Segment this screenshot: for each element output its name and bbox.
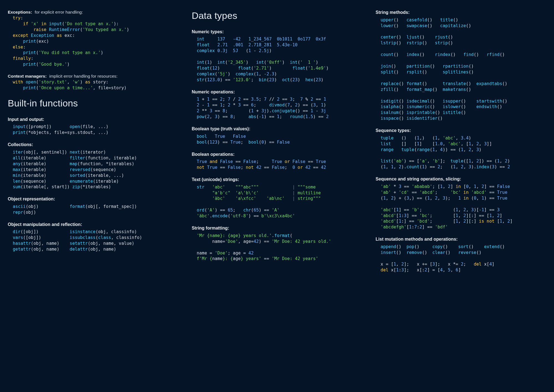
section: String formatting:'Mr {name}: {age} year…	[192, 225, 362, 262]
section: Boolean operations:True and False == Fal…	[192, 151, 362, 170]
code-block: tuple () (1,) (1, 'abc', 3.4) list [] [1…	[381, 135, 546, 170]
section: Object manipulation and reflection:dir([…	[8, 222, 178, 252]
section: Sequence and string operations, slicing:…	[376, 176, 546, 230]
section-label: Numeric types:	[192, 29, 362, 35]
cheatsheet-page: Exceptions: for explicit error handling:…	[0, 0, 554, 392]
section-label: Boolean operations:	[192, 151, 362, 157]
code-block: str 'abc' """abc""" | """some "a'b'c" 'a…	[197, 184, 362, 219]
section-label: Exceptions: for explicit error handling:	[8, 9, 178, 15]
code-block: ascii(obj) format(obj[, format_spec]) re…	[13, 204, 178, 215]
section-label: Sequence and string operations, slicing:	[376, 176, 546, 182]
code-block: bool True False bool(123) == True; bool(…	[197, 134, 362, 145]
code-block: int 137 -42 1_234_567 0b1011 0o177 0x3f …	[197, 36, 362, 83]
section: Text (unicode) strings:str 'abc' """abc"…	[192, 177, 362, 219]
section: Collections:iter(obj[, sentinel]) next(i…	[8, 142, 178, 190]
section-label: Collections:	[8, 142, 178, 148]
section: Input and output:input([prompt]) open(fi…	[8, 116, 178, 136]
section-label: Sequence types:	[376, 128, 546, 134]
code-block: upper() casefold() title() lower() swapc…	[381, 17, 546, 122]
section: Numeric types:int 137 -42 1_234_567 0b10…	[192, 29, 362, 83]
code-block: iter(obj[, sentinel]) next(iterator) all…	[13, 149, 178, 190]
code-block: 'Mr {name}: {age} years old.'.format( na…	[197, 233, 362, 262]
section-label: Text (unicode) strings:	[192, 177, 362, 183]
column-2: Data types Numeric types:int 137 -42 1_2…	[192, 9, 362, 384]
datatypes-heading: Data types	[192, 9, 362, 22]
column-3: String methods:upper() casefold() title(…	[376, 9, 546, 384]
code-block: append() pop() copy() sort() extend() in…	[381, 244, 546, 273]
code-block: True and False == False; True or False =…	[197, 159, 362, 170]
code-block: try: if 'x' in input('Do not type an x.'…	[13, 15, 178, 67]
section-label: Boolean type (truth values):	[192, 126, 362, 132]
code-block: 1 + 1 == 2; 7 / 2 == 3.5; 7 // 2 == 3; 7…	[197, 96, 362, 120]
section-label: Context managers: implicit error handlin…	[8, 73, 178, 79]
column-1: Exceptions: for explicit error handling:…	[8, 9, 178, 384]
section: String methods:upper() casefold() title(…	[376, 9, 546, 121]
section-label: List mutation methods and operations:	[376, 236, 546, 242]
section-label: Object representation:	[8, 196, 178, 202]
section-label: String formatting:	[192, 225, 362, 231]
code-block: dir([obj]) isinstance(obj, classinfo) va…	[13, 229, 178, 252]
section-label: Input and output:	[8, 116, 178, 123]
section-label: Numeric operations:	[192, 89, 362, 95]
section-label: Object manipulation and reflection:	[8, 222, 178, 228]
section: Context managers: implicit error handlin…	[8, 73, 178, 91]
code-block: input([prompt]) open(file, ...) print(*o…	[13, 124, 178, 136]
section: Numeric operations:1 + 1 == 2; 7 / 2 == …	[192, 89, 362, 120]
code-block: 'ab' * 3 == 'ababab'; [1, 2] in [0, 1, 2…	[381, 184, 546, 230]
builtins-heading: Built-in functions	[8, 97, 178, 110]
section: Boolean type (truth values):bool True Fa…	[192, 126, 362, 145]
section: List mutation methods and operations:app…	[376, 236, 546, 273]
section: Sequence types:tuple () (1,) (1, 'abc', …	[376, 128, 546, 170]
section: Object representation:ascii(obj) format(…	[8, 196, 178, 215]
section: Exceptions: for explicit error handling:…	[8, 9, 178, 67]
code-block: with open('story.txt', 'w') as story: pr…	[13, 79, 178, 91]
section-label: String methods:	[376, 9, 546, 16]
